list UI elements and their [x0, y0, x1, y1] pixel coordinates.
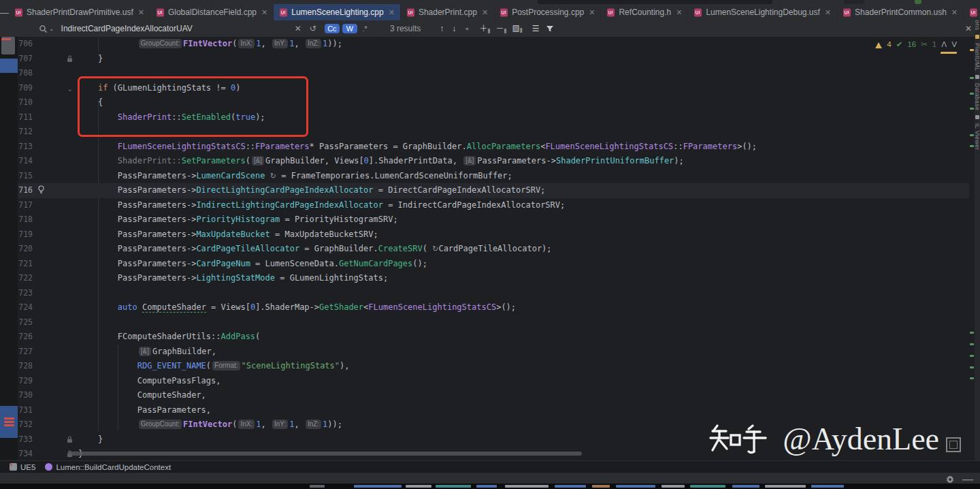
editor-tab[interactable]: ShaderPrint.cpp✕	[401, 4, 494, 20]
code-line[interactable]: 719 PassParameters->MaxUpdateBucket = Ma…	[18, 227, 969, 242]
gear-icon[interactable]	[946, 475, 954, 484]
line-number[interactable]: 714	[18, 154, 33, 169]
right-tool-stripe[interactable]: NotificationsPlantUMLDatabaseIL Viewer	[975, 20, 980, 460]
tab-close-icon[interactable]: ✕	[261, 8, 267, 17]
stripe-mark[interactable]	[970, 145, 974, 147]
tool-stripe-label[interactable]: PlantUML	[975, 43, 980, 71]
line-number[interactable]: 707	[18, 52, 33, 67]
line-number[interactable]: 709	[18, 81, 33, 96]
line-number[interactable]: 712	[18, 125, 33, 140]
line-number[interactable]: 725	[18, 315, 33, 330]
tab-close-icon[interactable]: ✕	[138, 8, 144, 17]
editor-tab[interactable]: ShaderPrint.ush✕	[964, 4, 980, 20]
line-number[interactable]: 722	[18, 271, 33, 286]
close-search-bar-icon[interactable]: ✕	[965, 24, 972, 33]
line-number[interactable]: 730	[18, 388, 33, 403]
match-case-toggle[interactable]: Cc	[325, 24, 340, 33]
line-number[interactable]: 718	[18, 212, 33, 227]
regex-toggle[interactable]: .*	[357, 24, 372, 33]
exclude-occurrence-icon[interactable]: ▨Ⅱ	[512, 23, 522, 34]
hamburger-menu-icon[interactable]: —	[0, 4, 9, 20]
code-line[interactable]: 712	[18, 125, 969, 140]
line-number[interactable]: 711	[18, 110, 33, 125]
editor-tab[interactable]: ShaderPrintCommon.ush✕	[837, 4, 964, 20]
clear-search-icon[interactable]: ✕	[295, 24, 301, 33]
stripe-mark[interactable]	[970, 93, 974, 95]
line-number[interactable]: 713	[18, 140, 33, 155]
line-number[interactable]: 723	[18, 286, 33, 301]
code-line[interactable]: 706 GroupCount:FIntVector(InX:1, InY:1, …	[18, 37, 969, 52]
whole-words-toggle[interactable]: W	[342, 24, 357, 33]
code-line[interactable]: 721 PassParameters->CardPageNum = LumenS…	[18, 257, 969, 272]
horizontal-scrollbar[interactable]	[68, 452, 582, 456]
line-number[interactable]: 728	[18, 359, 33, 374]
plantuml-icon[interactable]	[975, 35, 979, 39]
stripe-mark[interactable]	[970, 332, 974, 334]
stripe-mark[interactable]	[970, 377, 974, 379]
tab-close-icon[interactable]: ✕	[389, 8, 395, 17]
next-problem-chevron-icon[interactable]: ᐯ	[951, 40, 957, 49]
tab-close-icon[interactable]: ✕	[825, 8, 831, 17]
fold-chevron-icon[interactable]: ⌄	[67, 80, 73, 97]
line-number[interactable]: 719	[18, 227, 33, 242]
code-line[interactable]: 710 {	[18, 95, 969, 110]
breadcrumb-project[interactable]: UE5	[10, 463, 35, 471]
editor-tab[interactable]: GlobalDistanceField.cpp✕	[150, 4, 274, 20]
line-number[interactable]: 721	[18, 257, 33, 272]
code-editor[interactable]: 706 GroupCount:FIntVector(InX:1, InY:1, …	[18, 37, 969, 460]
error-stripe[interactable]	[969, 37, 975, 460]
code-line[interactable]: 715 PassParameters->LumenCardScene ↻ = F…	[18, 169, 969, 184]
line-number[interactable]: 732	[18, 417, 33, 432]
line-number[interactable]: 729	[18, 374, 33, 389]
stripe-mark[interactable]	[970, 77, 974, 79]
stripe-mark[interactable]	[970, 134, 974, 136]
code-line[interactable]: 724 auto ComputeShader = Views[0].Shader…	[18, 300, 969, 315]
editor-tab[interactable]: LumenSceneLightingDebug.usf✕	[688, 4, 837, 20]
code-line[interactable]: 725	[18, 315, 969, 330]
tab-close-icon[interactable]: ✕	[951, 8, 958, 17]
code-line[interactable]: 707 }	[18, 52, 969, 67]
tab-close-icon[interactable]: ✕	[589, 8, 595, 17]
stripe-mark[interactable]	[970, 366, 974, 368]
tool-stripe-label[interactable]: Database	[975, 83, 980, 110]
code-line[interactable]: 726 FComputeShaderUtils::AddPass(	[18, 330, 969, 345]
editor-tab[interactable]: RefCounting.h✕	[601, 4, 688, 20]
code-line[interactable]: 727 [&]GraphBuilder,	[18, 345, 969, 360]
line-number[interactable]: 708	[18, 66, 33, 81]
code-line[interactable]: 709⌄ if (GLumenLightingStats != 0)	[18, 81, 969, 96]
tool-stripe-label[interactable]: IL Viewer	[975, 123, 980, 150]
inspections-widget[interactable]: 4 ✔ 16 ✂ 1 ᐱ ᐯ	[872, 38, 960, 50]
select-all-occurrences-icon[interactable]: ▫	[466, 24, 468, 33]
filter-funnel-icon[interactable]	[546, 25, 554, 33]
code-line[interactable]: 728 RDG_EVENT_NAME(Format:"SceneLighting…	[18, 359, 969, 374]
code-line[interactable]: 720 PassParameters->CardPageTileAllocato…	[18, 242, 969, 257]
code-line[interactable]: 716 PassParameters->DirectLightingCardPa…	[18, 183, 969, 198]
stripe-mark[interactable]	[970, 49, 974, 51]
lightbulb-icon[interactable]	[37, 183, 45, 198]
code-line[interactable]: 722 PassParameters->LightingStatMode = G…	[18, 271, 969, 286]
prev-problem-chevron-icon[interactable]: ᐱ	[941, 40, 947, 49]
left-minimap-strip[interactable]	[0, 37, 18, 460]
line-number[interactable]: 715	[18, 169, 33, 184]
previous-occurrence-icon[interactable]: ↑	[440, 24, 444, 33]
tool-stripe-label[interactable]: Notifications	[975, 20, 980, 31]
code-line[interactable]: 717 PassParameters->IndirectLightingCard…	[18, 198, 969, 213]
editor-tab[interactable]: LumenSceneLighting.cpp✕	[274, 4, 401, 20]
database-icon[interactable]	[975, 75, 979, 79]
line-number[interactable]: 717	[18, 198, 33, 213]
line-number[interactable]: 733	[18, 432, 33, 447]
add-occurrence-icon[interactable]: ＋Ⅱ	[480, 22, 491, 35]
line-number[interactable]: 731	[18, 403, 33, 418]
search-icon[interactable]: ⌄	[39, 25, 54, 33]
search-history-icon[interactable]: ↺	[310, 24, 316, 33]
line-number[interactable]: 716	[18, 183, 33, 198]
code-line[interactable]: 731 PassParameters,	[18, 403, 969, 418]
stripe-mark[interactable]	[970, 343, 974, 345]
stripe-mark[interactable]	[970, 355, 974, 357]
line-number[interactable]: 727	[18, 345, 33, 360]
code-line[interactable]: 713 FLumenSceneLightingStatsCS::FParamet…	[18, 140, 969, 155]
minimap-viewport[interactable]	[0, 59, 18, 73]
code-line[interactable]: 714 ShaderPrint::SetParameters([&]GraphB…	[18, 154, 969, 169]
il-viewer-icon[interactable]	[975, 115, 979, 119]
search-options-icon[interactable]: ☰	[532, 24, 540, 33]
